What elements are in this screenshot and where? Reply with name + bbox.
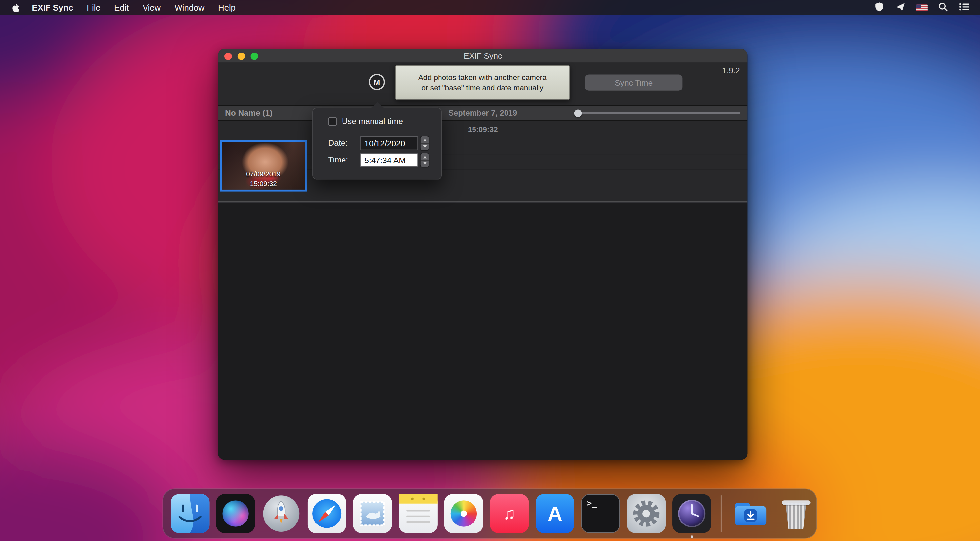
use-manual-time-checkbox[interactable] bbox=[328, 117, 337, 126]
sync-time-button[interactable]: Sync Time bbox=[585, 74, 682, 91]
dock-terminal-icon[interactable]: >_ bbox=[581, 494, 620, 533]
manual-time-button[interactable]: M bbox=[369, 74, 385, 90]
dock: ♫ A >_ bbox=[162, 488, 817, 539]
photo-thumbnail[interactable]: 07/09/2019 15:09:32 bbox=[220, 140, 307, 191]
toolbar: M Add photos taken with another camera o… bbox=[218, 63, 748, 105]
app-version: 1.9.2 bbox=[722, 66, 740, 75]
dock-system-preferences-icon[interactable] bbox=[627, 494, 665, 533]
menu-bar: EXIF Sync File Edit View Window Help bbox=[0, 0, 980, 15]
dock-launchpad-icon[interactable] bbox=[262, 494, 301, 533]
header-group-label: No Name (1) bbox=[225, 106, 272, 120]
spotlight-icon[interactable] bbox=[938, 2, 948, 14]
menu-bar-left: EXIF Sync File Edit View Window Help bbox=[0, 2, 235, 13]
date-stepper-down[interactable] bbox=[421, 144, 429, 150]
dock-music-icon[interactable]: ♫ bbox=[490, 494, 528, 533]
row-time-label: 15:09:32 bbox=[218, 125, 748, 134]
menu-edit[interactable]: Edit bbox=[114, 3, 129, 12]
shield-status-icon[interactable] bbox=[874, 2, 884, 14]
date-label: Date: bbox=[328, 138, 347, 148]
desktop: EXIF Sync File Edit View Window Help bbox=[0, 0, 980, 541]
title-bar[interactable]: EXIF Sync bbox=[218, 49, 748, 64]
window-title: EXIF Sync bbox=[464, 51, 502, 60]
close-button[interactable] bbox=[224, 52, 232, 60]
photo-thumbnail-caption: 07/09/2019 15:09:32 bbox=[222, 170, 305, 188]
dock-exif-sync-icon[interactable] bbox=[673, 494, 711, 533]
dock-downloads-folder-icon[interactable] bbox=[731, 494, 770, 533]
app-menu-title[interactable]: EXIF Sync bbox=[32, 3, 73, 12]
manual-time-tooltip: Add photos taken with another camera or … bbox=[395, 65, 570, 100]
flag-canton bbox=[916, 4, 921, 8]
dock-safari-icon[interactable] bbox=[307, 494, 346, 533]
photos-center bbox=[461, 511, 467, 517]
dock-app-store-icon[interactable]: A bbox=[536, 494, 574, 533]
music-note-glyph: ♫ bbox=[503, 504, 516, 523]
trash-rim bbox=[782, 500, 810, 505]
photo-date: 07/09/2019 bbox=[222, 170, 305, 179]
dock-photos-icon[interactable] bbox=[444, 494, 483, 533]
time-stepper-up[interactable] bbox=[421, 153, 429, 161]
exif-sync-window: EXIF Sync M Add photos taken with anothe… bbox=[218, 49, 748, 460]
running-indicator-dot bbox=[690, 535, 693, 538]
empty-content-area bbox=[218, 203, 748, 460]
menu-window[interactable]: Window bbox=[175, 3, 205, 12]
tooltip-line-2: or set "base" time and date manually bbox=[422, 83, 544, 93]
dock-divider bbox=[721, 495, 722, 532]
trash-basket bbox=[783, 503, 808, 530]
menu-view[interactable]: View bbox=[143, 3, 161, 12]
time-label: Time: bbox=[328, 155, 348, 164]
thumbnail-size-slider-thumb[interactable] bbox=[574, 109, 582, 117]
time-field[interactable] bbox=[360, 153, 418, 167]
keyboard-layout-flag-icon[interactable] bbox=[916, 4, 928, 11]
minimize-button[interactable] bbox=[237, 52, 245, 60]
dock-finder-icon[interactable] bbox=[170, 494, 209, 533]
time-stepper-down[interactable] bbox=[421, 161, 429, 167]
menu-file[interactable]: File bbox=[87, 3, 100, 12]
dock-mail-icon[interactable] bbox=[353, 494, 392, 533]
siri-orb bbox=[223, 500, 249, 527]
date-stepper-up[interactable] bbox=[421, 136, 429, 144]
photo-list-area: 15:09:32 07/09/2019 15:09:32 bbox=[218, 121, 748, 201]
use-manual-time-label: Use manual time bbox=[342, 116, 403, 126]
menu-help[interactable]: Help bbox=[218, 3, 235, 12]
dock-trash-icon[interactable] bbox=[776, 494, 815, 533]
dock-siri-icon[interactable] bbox=[216, 494, 255, 533]
manual-time-popover: Use manual time Date: Time: bbox=[312, 108, 442, 180]
paper-plane-icon[interactable] bbox=[895, 2, 905, 14]
date-stepper[interactable] bbox=[421, 136, 429, 150]
app-store-glyph: A bbox=[548, 502, 562, 525]
dock-notes-icon[interactable] bbox=[399, 494, 437, 533]
date-field[interactable] bbox=[360, 136, 418, 150]
terminal-prompt-glyph: >_ bbox=[587, 499, 597, 508]
thumbnail-size-slider-track[interactable] bbox=[578, 112, 740, 114]
apple-menu-icon[interactable] bbox=[11, 2, 21, 13]
photo-time: 15:09:32 bbox=[222, 179, 305, 188]
menu-list-icon[interactable] bbox=[959, 2, 970, 13]
popover-arrow bbox=[371, 102, 384, 109]
menu-bar-status-area bbox=[874, 2, 980, 14]
zoom-button[interactable] bbox=[251, 52, 258, 60]
time-stepper[interactable] bbox=[421, 153, 429, 167]
list-header: September 7, 2019 No Name (1) bbox=[218, 105, 748, 121]
tooltip-line-1: Add photos taken with another camera bbox=[418, 72, 547, 83]
